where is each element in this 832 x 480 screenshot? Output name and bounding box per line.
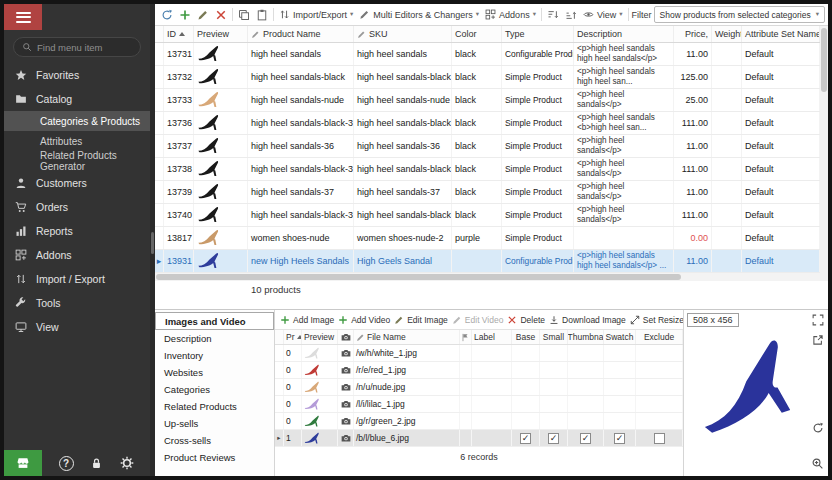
column-header-small[interactable]: Small [540, 330, 568, 344]
detail-tab[interactable]: Product Reviews [155, 449, 274, 466]
fullscreen-icon[interactable] [812, 314, 824, 326]
addons-menu[interactable]: Addons▾ [483, 8, 538, 21]
delete-image-button[interactable]: Delete [507, 315, 545, 325]
product-row[interactable]: 13732 high heel sandals-black high heel … [155, 66, 828, 89]
column-header-description[interactable]: Description [574, 26, 674, 42]
set-resize-rule-button[interactable]: Set Resize Rule [630, 315, 683, 325]
sidebar-item-catalog[interactable]: Catalog [4, 87, 150, 111]
download-image-button[interactable]: Download Image [549, 315, 626, 325]
sidebar-item-customers[interactable]: Customers [4, 171, 150, 195]
import-export-menu[interactable]: Import/Export▾ [277, 8, 355, 21]
settings-button[interactable] [120, 456, 134, 470]
scrollbar-thumb[interactable] [156, 274, 681, 280]
edit-video-button[interactable]: Edit Video [452, 315, 504, 325]
image-row[interactable]: 0 /w/h/white_1.jpg [275, 345, 683, 362]
product-row[interactable]: 13817 women shoes-nude women shoes-nude-… [155, 227, 828, 250]
sidebar-item-attributes[interactable]: Attributes [4, 131, 150, 151]
copy-button[interactable] [236, 8, 252, 22]
sidebar-item-tools[interactable]: Tools [4, 291, 150, 315]
column-header-thumbnail[interactable]: Thumbna [568, 330, 604, 344]
column-header-file-name[interactable]: File Name [354, 330, 460, 344]
detail-tab[interactable]: Related Products [155, 398, 274, 415]
scrollbar-thumb[interactable] [821, 28, 827, 92]
detail-tab[interactable]: Up-sells [155, 415, 274, 432]
detail-tab[interactable]: Inventory [155, 347, 274, 364]
grid-vertical-scrollbar[interactable] [820, 26, 828, 274]
lock-button[interactable] [90, 457, 103, 470]
add-product-button[interactable] [177, 8, 193, 22]
column-header-preview[interactable]: Preview [302, 330, 338, 344]
column-header-label[interactable]: Label [472, 330, 512, 344]
column-header-flag[interactable] [460, 330, 472, 344]
edit-product-button[interactable] [195, 8, 211, 22]
image-row[interactable]: ▸ 1 /b/l/blue_6.jpg [275, 430, 683, 447]
paste-button[interactable] [254, 8, 270, 22]
swatch-checkbox[interactable] [614, 433, 625, 444]
column-header-price[interactable]: Price, [674, 26, 712, 42]
detail-tab[interactable]: Description [155, 330, 274, 347]
category-filter-select[interactable]: Show products from selected categories▾ [654, 6, 825, 23]
product-row[interactable]: 13733 high heel sandals-nude high heel s… [155, 89, 828, 112]
column-header-swatch[interactable]: Swatch [604, 330, 636, 344]
column-header-product-name[interactable]: Product Name [248, 26, 354, 42]
sidebar-item-categories-products[interactable]: Categories & Products [4, 111, 150, 131]
column-header-type[interactable]: Type [502, 26, 574, 42]
image-row[interactable]: 0 /r/e/red_1.jpg [275, 362, 683, 379]
column-header-priority[interactable]: Pr [284, 330, 302, 344]
thumbnail-checkbox[interactable] [580, 433, 591, 444]
cell-type: Simple Product [502, 204, 574, 226]
sidebar-item-reports[interactable]: Reports [4, 219, 150, 243]
detail-tab[interactable]: Images and Video [155, 312, 274, 330]
column-header-attribute-set[interactable]: Attribute Set Name [742, 26, 820, 42]
zoom-icon[interactable] [811, 457, 824, 470]
exclude-checkbox[interactable] [654, 433, 665, 444]
image-row[interactable]: 0 /l/i/lilac_1.jpg [275, 396, 683, 413]
grid-horizontal-scrollbar[interactable] [155, 273, 828, 281]
product-row[interactable]: 13738 high heel sandals-black-37 high he… [155, 158, 828, 181]
column-header-exclude[interactable]: Exclude [636, 330, 683, 344]
filters-button[interactable]: Filters▾ [827, 8, 828, 21]
cell-label [472, 396, 512, 412]
small-checkbox[interactable] [548, 433, 559, 444]
column-header-id[interactable]: ID [164, 26, 194, 42]
detail-tab[interactable]: Websites [155, 364, 274, 381]
sidebar-item-favorites[interactable]: Favorites [4, 63, 150, 87]
sidebar-item-orders[interactable]: Orders [4, 195, 150, 219]
rotate-icon[interactable] [812, 422, 824, 434]
base-checkbox[interactable] [520, 433, 531, 444]
view-menu[interactable]: View▾ [581, 8, 625, 21]
product-row[interactable]: ▸ 13931 new High Heels Sandals High Geel… [155, 250, 828, 273]
column-header-sku[interactable]: SKU [354, 26, 452, 42]
sidebar-item-view[interactable]: View [4, 315, 150, 339]
open-external-icon[interactable] [812, 334, 824, 346]
menu-search-input[interactable] [37, 42, 132, 53]
column-header-preview[interactable]: Preview [194, 26, 248, 42]
detail-tab[interactable]: Categories [155, 381, 274, 398]
column-header-color[interactable]: Color [452, 26, 502, 42]
sort-descending-button[interactable] [563, 8, 579, 22]
product-row[interactable]: 13740 high heel sandals-black-38 high he… [155, 204, 828, 227]
delete-product-button[interactable] [213, 8, 229, 22]
help-button[interactable]: ? [59, 456, 74, 471]
product-row[interactable]: 13739 high heel sandals-37 high heel san… [155, 181, 828, 204]
detail-tab[interactable]: Cross-sells [155, 432, 274, 449]
column-header-camera[interactable] [338, 330, 354, 344]
refresh-button[interactable] [159, 8, 175, 22]
store-button[interactable] [4, 450, 42, 476]
column-header-base[interactable]: Base [512, 330, 540, 344]
add-image-button[interactable]: Add Image [280, 315, 334, 325]
product-row[interactable]: 13737 high heel sandals-36 high heel san… [155, 135, 828, 158]
image-row[interactable]: 0 /g/r/green_2.jpg [275, 413, 683, 430]
add-video-button[interactable]: Add Video [338, 315, 390, 325]
sidebar-item-related-products-generator[interactable]: Related Products Generator [4, 151, 150, 171]
column-header-weight[interactable]: Weight [712, 26, 742, 42]
sidebar-item-addons[interactable]: Addons [4, 243, 150, 267]
product-row[interactable]: 13736 high heel sandals-black-36 high he… [155, 112, 828, 135]
multi-editors-menu[interactable]: Multi Editors & Changers▾ [357, 8, 481, 21]
edit-image-button[interactable]: Edit Image [394, 315, 448, 325]
hamburger-menu-button[interactable] [4, 4, 42, 30]
image-row[interactable]: 0 /n/u/nude.jpg [275, 379, 683, 396]
sort-ascending-button[interactable] [545, 8, 561, 22]
sidebar-item-import-export[interactable]: Import / Export [4, 267, 150, 291]
product-row[interactable]: 13731 high heel sandals high heel sandal… [155, 43, 828, 66]
